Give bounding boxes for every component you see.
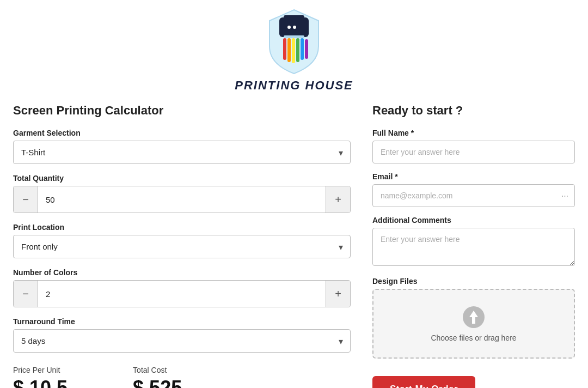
total-cost-label: Total Cost [133,366,182,374]
svg-rect-6 [287,38,291,62]
email-label: Email * [372,172,575,181]
colors-increase-button[interactable]: + [326,281,350,307]
quantity-value: 50 [38,186,326,213]
turnaround-time-wrapper: 5 days 7 days 10 days 14 days ▾ [13,329,351,353]
price-per-unit-value: $ 10.5 [13,377,68,388]
svg-rect-5 [283,38,286,60]
left-panel: Screen Printing Calculator Garment Selec… [13,104,351,388]
turnaround-time-label: Turnaround Time [13,317,351,326]
brand-name: PRINTING HOUSE [235,78,353,93]
colors-stepper: − 2 + [13,280,351,307]
garment-selection-group: Garment Selection T-Shirt Hoodie Long Sl… [13,129,351,164]
garment-selection-select[interactable]: T-Shirt Hoodie Long Sleeve Tank Top Polo [13,141,351,164]
comments-textarea[interactable] [372,228,575,266]
pricing-row: Price Per Unit $ 10.5 Total Cost $ 525 [13,366,351,388]
logo-svg [259,5,329,76]
upload-icon [462,305,486,329]
svg-point-2 [287,26,291,29]
submit-button[interactable]: Start My Order [372,376,475,388]
price-per-unit-block: Price Per Unit $ 10.5 [13,366,68,388]
comments-group: Additional Comments [372,216,575,268]
email-wrapper: ⋯ [372,184,575,207]
svg-rect-7 [292,38,295,63]
file-upload-area[interactable]: Choose files or drag here [372,289,575,359]
turnaround-time-select[interactable]: 5 days 7 days 10 days 14 days [13,329,351,353]
colors-decrease-button[interactable]: − [14,281,38,307]
svg-rect-9 [301,38,304,60]
full-name-group: Full Name * [372,129,575,163]
turnaround-time-group: Turnaround Time 5 days 7 days 10 days 14… [13,317,351,353]
garment-selection-wrapper: T-Shirt Hoodie Long Sleeve Tank Top Polo… [13,141,351,164]
full-name-input[interactable] [372,141,575,163]
print-location-group: Print Location Front only Back only Fron… [13,223,351,258]
price-per-unit-label: Price Per Unit [13,366,68,374]
design-files-label: Design Files [372,277,575,286]
logo [259,5,329,76]
quantity-stepper: − 50 + [13,186,351,213]
print-location-select[interactable]: Front only Back only Front and Back Slee… [13,235,351,258]
quantity-decrease-button[interactable]: − [14,186,38,213]
garment-selection-label: Garment Selection [13,129,351,137]
print-location-label: Print Location [13,223,351,232]
header: PRINTING HOUSE [0,0,588,104]
main-content: Screen Printing Calculator Garment Selec… [0,104,588,388]
svg-rect-4 [284,35,304,38]
colors-label: Number of Colors [13,268,351,277]
design-files-group: Design Files Choose files or drag here [372,277,575,359]
full-name-label: Full Name * [372,129,575,137]
total-quantity-label: Total Quantity [13,174,351,183]
ready-title: Ready to start ? [372,104,575,118]
email-group: Email * ⋯ [372,172,575,207]
svg-rect-8 [296,38,299,62]
total-quantity-group: Total Quantity − 50 + [13,174,351,213]
colors-value: 2 [38,281,326,307]
colors-group: Number of Colors − 2 + [13,268,351,307]
upload-text: Choose files or drag here [431,334,516,342]
comments-label: Additional Comments [372,216,575,225]
svg-rect-10 [305,39,308,59]
quantity-increase-button[interactable]: + [326,186,350,213]
email-input[interactable] [372,184,575,207]
total-cost-block: Total Cost $ 525 [133,366,182,388]
svg-point-3 [293,26,296,29]
print-location-wrapper: Front only Back only Front and Back Slee… [13,235,351,258]
total-cost-value: $ 525 [133,377,182,388]
right-panel: Ready to start ? Full Name * Email * ⋯ A… [372,104,575,388]
calculator-title: Screen Printing Calculator [13,104,351,118]
svg-rect-1 [284,15,304,21]
